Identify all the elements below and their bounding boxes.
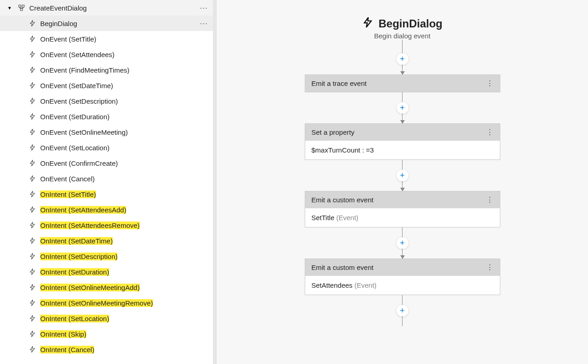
tree-item-label: OnIntent (Skip) (40, 330, 198, 338)
lightning-icon (28, 268, 37, 276)
flow-node-title: Set a property (312, 128, 355, 136)
chevron-down-icon[interactable]: ▼ (7, 5, 15, 11)
add-step-button[interactable]: + (396, 304, 409, 317)
lightning-icon (28, 252, 37, 260)
flow-node-title: Emit a custom event (312, 264, 374, 271)
tree-item[interactable]: OnIntent (SetOnlineMeetingRemove)··· (0, 295, 213, 311)
tree-item[interactable]: OnEvent (ConfirmCreate)··· (0, 155, 213, 171)
lightning-icon (28, 19, 37, 27)
tree-item-label: OnIntent (SetLocation) (40, 315, 198, 322)
lightning-icon (28, 97, 37, 105)
tree-root-label: CreateEventDialog (29, 4, 198, 12)
flow-node[interactable]: Set a property⋮$maxTurnCount : =3 (305, 123, 500, 160)
tree-item-label: OnEvent (SetAttendees) (40, 51, 198, 58)
tree-item[interactable]: OnEvent (SetTitle)··· (0, 31, 213, 47)
tree-item[interactable]: OnIntent (SetAttendeesRemove)··· (0, 217, 213, 233)
add-step-button[interactable]: + (396, 237, 409, 249)
lightning-icon (28, 50, 37, 58)
tree-item-label: OnEvent (SetDateTime) (40, 82, 198, 90)
lightning-icon (28, 314, 37, 322)
add-step-button[interactable]: + (396, 169, 409, 182)
tree-item[interactable]: OnIntent (SetAttendeesAdd)··· (0, 202, 213, 217)
tree-item[interactable]: OnEvent (SetDescription)··· (0, 93, 213, 109)
flow-node[interactable]: Emit a trace event⋮ (305, 74, 500, 92)
tree-item-label: OnEvent (FindMeetingTimes) (40, 66, 198, 74)
flow-connector (402, 295, 403, 305)
flow-connector (402, 181, 403, 191)
tree-item[interactable]: OnEvent (SetLocation)··· (0, 140, 213, 155)
flow-connector (402, 64, 403, 74)
tree-root-row[interactable]: ▼ CreateEventDialog ··· (0, 0, 213, 16)
svg-rect-0 (19, 5, 21, 7)
node-menu-button[interactable]: ⋮ (486, 132, 493, 133)
lightning-icon (28, 143, 37, 152)
add-step-button[interactable]: + (396, 101, 409, 114)
tree-item[interactable]: OnEvent (SetDuration)··· (0, 109, 213, 124)
tree-item[interactable]: OnIntent (SetOnlineMeetingAdd)··· (0, 280, 213, 295)
node-menu-button[interactable]: ⋮ (486, 83, 493, 84)
tree-panel: ▼ CreateEventDialog ··· BeginDialog···On… (0, 0, 213, 364)
tree-item[interactable]: OnIntent (Skip)··· (0, 326, 213, 342)
lightning-icon (28, 112, 37, 121)
flow-node-header: Emit a custom event⋮ (305, 259, 500, 276)
tree-item-label: OnEvent (SetDescription) (40, 97, 198, 105)
flow-node-body-main: SetTitle (312, 214, 336, 222)
tree-item[interactable]: BeginDialog··· (0, 16, 213, 31)
flow-node-body-main: SetAttendees (312, 281, 355, 289)
flow-connector (402, 92, 403, 102)
tree-item[interactable]: OnIntent (SetTitle)··· (0, 186, 213, 202)
tree-item[interactable]: OnIntent (SetDescription)··· (0, 248, 213, 264)
node-menu-button[interactable]: ⋮ (486, 267, 493, 269)
flow-node[interactable]: Emit a custom event⋮SetTitle (Event) (305, 191, 500, 227)
lightning-icon (28, 128, 37, 136)
lightning-icon (28, 283, 37, 291)
tree-item[interactable]: OnEvent (SetAttendees)··· (0, 47, 213, 62)
panel-splitter[interactable] (213, 0, 217, 364)
tree-item[interactable]: OnIntent (Cancel)··· (0, 342, 213, 357)
flow-header: BeginDialog Begin dialog event (362, 16, 442, 40)
tree-item-label: OnEvent (ConfirmCreate) (40, 159, 198, 167)
more-button[interactable]: ··· (198, 18, 209, 29)
lightning-icon (28, 35, 37, 43)
flow-node-title: Emit a trace event (312, 79, 367, 87)
tree-item[interactable]: OnIntent (SetDuration)··· (0, 264, 213, 280)
flow-connector (402, 113, 403, 123)
flow-node-body-main: $maxTurnCount : =3 (312, 146, 374, 154)
tree-item[interactable]: OnEvent (SetOnlineMeeting)··· (0, 124, 213, 140)
svg-rect-2 (21, 8, 23, 11)
lightning-icon (28, 345, 37, 353)
tree-item[interactable]: OnEvent (Cancel)··· (0, 171, 213, 186)
tree-item-label: OnIntent (SetOnlineMeetingAdd) (40, 284, 198, 291)
tree-item-label: OnEvent (SetLocation) (40, 144, 198, 152)
tree-item-label: OnIntent (SetAttendeesRemove) (40, 222, 198, 229)
flow-connector (402, 248, 403, 258)
lightning-icon (28, 206, 37, 214)
flow-node-title: Emit a custom event (312, 196, 374, 204)
flow-node-body: SetAttendees (Event) (305, 276, 500, 295)
tree-item[interactable]: OnEvent (FindMeetingTimes)··· (0, 62, 213, 78)
tree-item[interactable]: OnEvent (SetDateTime)··· (0, 78, 213, 93)
node-menu-button[interactable]: ⋮ (486, 199, 493, 201)
flow-node-body-muted: (Event) (336, 214, 358, 222)
lightning-icon (28, 190, 37, 198)
flow-node[interactable]: Emit a custom event⋮SetAttendees (Event) (305, 258, 500, 295)
add-step-button[interactable]: + (396, 53, 409, 65)
tree-item-label: OnIntent (SetDateTime) (40, 237, 198, 245)
tree-item-label: OnEvent (SetDuration) (40, 113, 198, 121)
flow-connector (402, 160, 403, 170)
tree-item[interactable]: OnIntent (SetDateTime)··· (0, 233, 213, 248)
flow-connector (402, 40, 403, 53)
lightning-icon (28, 81, 37, 90)
more-button[interactable]: ··· (198, 2, 209, 13)
flow-body: +Emit a trace event⋮+Set a property⋮$max… (305, 40, 500, 326)
flow-node-body: SetTitle (Event) (305, 208, 500, 227)
lightning-icon (362, 16, 374, 31)
tree-item-label: OnIntent (SetAttendeesAdd) (40, 206, 198, 214)
svg-rect-1 (22, 5, 24, 7)
flow-node-body-muted: (Event) (355, 281, 376, 289)
tree-item[interactable]: OnIntent (SetLocation)··· (0, 311, 213, 326)
tree-item-label: OnIntent (SetOnlineMeetingRemove) (40, 299, 198, 307)
tree-items: BeginDialog···OnEvent (SetTitle)···OnEve… (0, 16, 213, 357)
tree-item-label: BeginDialog (40, 20, 198, 27)
tree-item-label: OnIntent (Cancel) (40, 346, 198, 353)
